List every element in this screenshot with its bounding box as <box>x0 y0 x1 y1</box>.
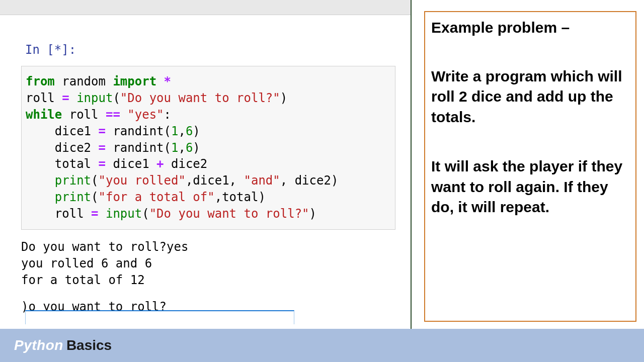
problem-paragraph-2: It will ask the player if they want to r… <box>431 156 630 218</box>
code-input-box[interactable]: from random import * roll = input("Do yo… <box>21 66 395 230</box>
footer-bar: Python Basics <box>0 329 644 362</box>
problem-heading: Example problem – <box>431 18 630 37</box>
footer-word-1: Python <box>14 337 63 353</box>
footer-word-2: Basics <box>66 337 112 353</box>
notebook-pane: In [*]: from random import * roll = inpu… <box>0 0 412 329</box>
prompt-prefix: In [ <box>25 43 54 57</box>
notebook-cell: In [*]: from random import * roll = inpu… <box>0 15 411 314</box>
code-source[interactable]: from random import * roll = input("Do yo… <box>26 73 391 222</box>
prompt-suffix: ]: <box>61 43 76 57</box>
problem-panel: Example problem – Write a program which … <box>424 11 636 322</box>
stdin-input[interactable] <box>25 310 294 324</box>
prompt-status: * <box>54 43 61 57</box>
cell-output: Do you want to roll?yes you rolled 6 and… <box>21 239 400 289</box>
problem-paragraph-1: Write a program which will roll 2 dice a… <box>431 66 630 128</box>
notebook-toolbar <box>0 0 411 15</box>
cell-prompt: In [*]: <box>25 43 400 57</box>
